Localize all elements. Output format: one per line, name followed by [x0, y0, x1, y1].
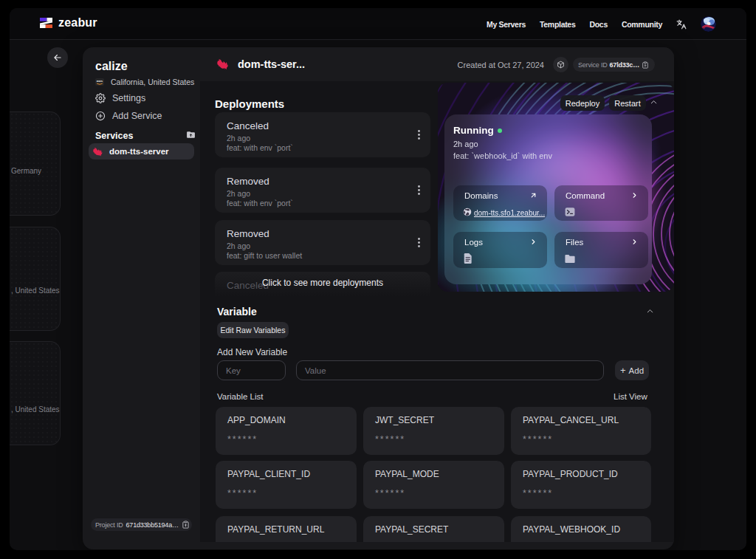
svg-text:aws: aws [97, 79, 103, 83]
